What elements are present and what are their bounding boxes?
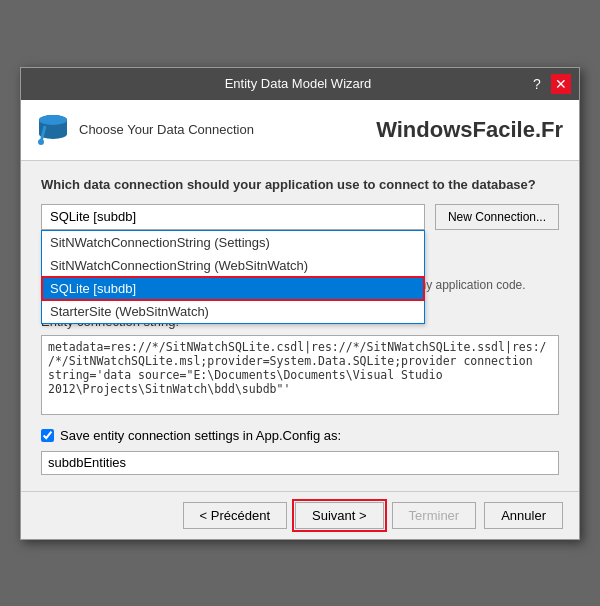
connection-row: SitNWatchConnectionString (Settings) Sit… (41, 204, 559, 230)
config-name-input[interactable] (41, 451, 559, 475)
brand-text: WindowsFacile.Fr (376, 117, 563, 143)
save-config-row: Save entity connection settings in App.C… (41, 428, 559, 443)
main-content: Which data connection should your applic… (21, 161, 579, 491)
new-connection-button[interactable]: New Connection... (435, 204, 559, 230)
dropdown-item-2[interactable]: SQLite [subdb] (42, 277, 424, 300)
dialog-container: Entity Data Model Wizard ? ✕ Choose Your… (20, 67, 580, 540)
next-button[interactable]: Suivant > (295, 502, 384, 529)
title-controls: ? ✕ (527, 74, 571, 94)
connection-dropdown[interactable]: SitNWatchConnectionString (Settings) Sit… (41, 204, 425, 230)
header-subtitle: Choose Your Data Connection (79, 122, 254, 137)
save-config-checkbox[interactable] (41, 429, 54, 442)
dropdown-item-3[interactable]: StarterSite (WebSitnWatch) (42, 300, 424, 323)
header-section: Choose Your Data Connection WindowsFacil… (21, 100, 579, 161)
svg-point-3 (39, 115, 67, 125)
save-config-label: Save entity connection settings in App.C… (60, 428, 341, 443)
finish-button[interactable]: Terminer (392, 502, 477, 529)
svg-point-5 (38, 139, 44, 145)
dropdown-item-0[interactable]: SitNWatchConnectionString (Settings) (42, 231, 424, 254)
main-question: Which data connection should your applic… (41, 177, 559, 192)
cancel-button[interactable]: Annuler (484, 502, 563, 529)
dropdown-item-1[interactable]: SitNWatchConnectionString (WebSitnWatch) (42, 254, 424, 277)
dropdown-popup: SitNWatchConnectionString (Settings) Sit… (41, 230, 425, 324)
header-left: Choose Your Data Connection (37, 112, 254, 148)
entity-connection-textarea[interactable] (41, 335, 559, 415)
connection-string-area (41, 335, 559, 428)
back-button[interactable]: < Précédent (183, 502, 287, 529)
help-button[interactable]: ? (527, 74, 547, 94)
db-icon-group (37, 112, 69, 148)
title-bar: Entity Data Model Wizard ? ✕ (21, 68, 579, 100)
window-title: Entity Data Model Wizard (69, 76, 527, 91)
close-button[interactable]: ✕ (551, 74, 571, 94)
footer: < Précédent Suivant > Terminer Annuler (21, 491, 579, 539)
dropdown-container: SitNWatchConnectionString (Settings) Sit… (41, 204, 425, 230)
database-icon (37, 112, 69, 148)
